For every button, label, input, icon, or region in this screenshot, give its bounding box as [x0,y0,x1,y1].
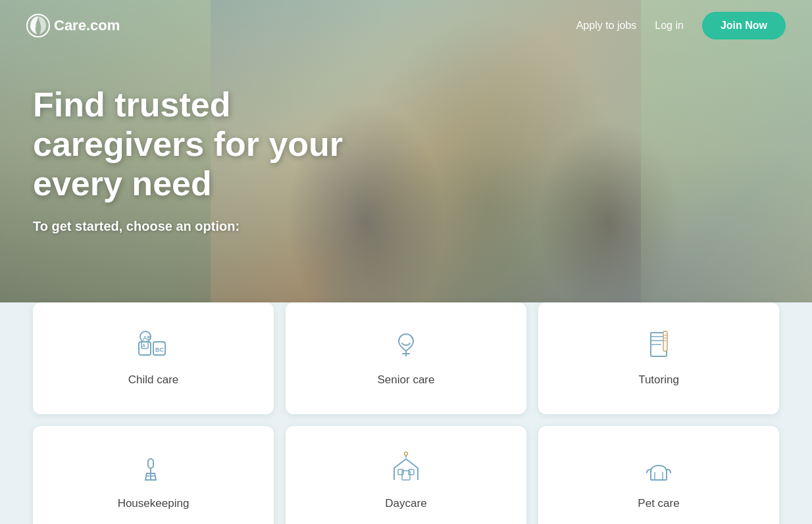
svg-text:AB: AB [143,335,151,341]
card-housekeeping[interactable]: Housekeeping [33,426,274,524]
card-pet-care[interactable]: Pet care [538,426,779,524]
hero-subtitle: To get started, choose an option: [33,219,401,234]
cards-section: A BC AB Child care Senior care [0,302,812,524]
svg-text:BC: BC [155,346,164,353]
logo-text: Care.com [54,17,120,34]
hero-title: Find trusted caregivers for your every n… [33,85,401,203]
card-child-care[interactable]: A BC AB Child care [33,302,274,414]
card-senior-care[interactable]: Senior care [286,302,526,414]
logo-icon [26,14,50,37]
svg-rect-14 [663,331,667,351]
logo[interactable]: Care.com [26,14,120,37]
card-tutoring[interactable]: Tutoring [538,302,779,414]
join-now-button[interactable]: Join Now [702,12,786,39]
senior-care-icon [388,326,424,363]
daycare-label: Daycare [385,497,426,510]
housekeeping-label: Housekeeping [118,497,190,510]
svg-point-25 [405,452,408,456]
tutoring-icon [640,326,677,363]
housekeeping-icon [135,450,172,487]
svg-rect-22 [398,469,403,475]
hero-content: Find trusted caregivers for your every n… [33,85,401,234]
pet-care-icon [640,450,677,487]
tutoring-label: Tutoring [638,373,679,387]
cards-row-2: Housekeeping Daycare [33,426,779,524]
svg-rect-23 [409,469,414,475]
child-care-label: Child care [128,373,179,387]
svg-text:A: A [142,343,145,348]
svg-rect-18 [148,459,153,468]
nav-right: Apply to jobs Log in Join Now [576,12,786,39]
pet-care-label: Pet care [638,497,679,510]
child-care-icon: A BC AB [135,326,172,363]
cards-row-1: A BC AB Child care Senior care [33,302,779,414]
apply-to-jobs-link[interactable]: Apply to jobs [576,20,637,32]
daycare-icon [388,450,424,487]
login-link[interactable]: Log in [655,20,684,32]
senior-care-label: Senior care [378,373,435,387]
site-header: Care.com Apply to jobs Log in Join Now [0,0,812,51]
card-daycare[interactable]: Daycare [286,426,526,524]
